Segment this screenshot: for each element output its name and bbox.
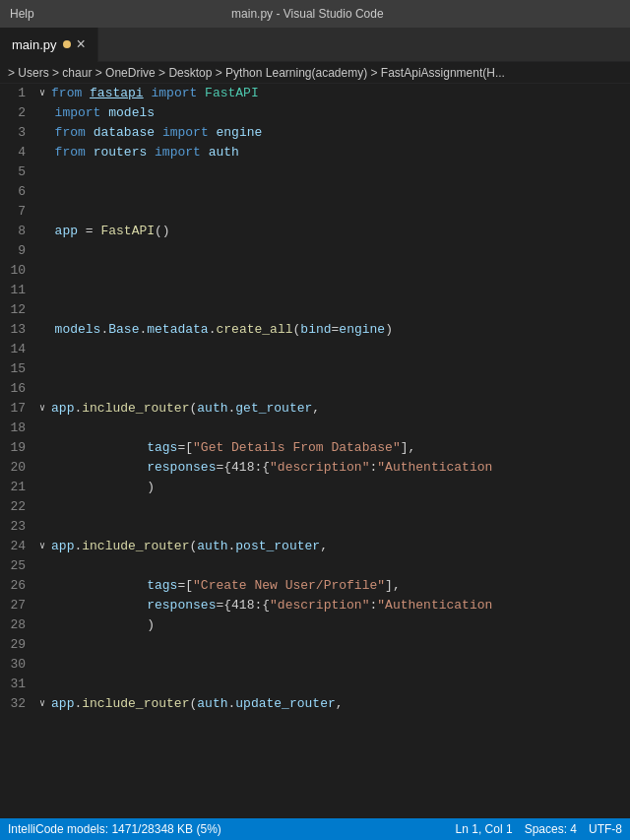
token-plain: . [228, 694, 236, 714]
line-number: 26 [8, 576, 26, 596]
code-line [39, 379, 630, 399]
code-line: ∨ from fastapi import FastAPI [39, 84, 630, 103]
token-plain: , [320, 537, 328, 556]
code-line [39, 340, 630, 359]
title-bar: Help main.py - Visual Studio Code [0, 0, 630, 28]
token-plain: . [209, 320, 217, 340]
token-fn: create_all [217, 320, 293, 340]
token-plain: . [74, 399, 82, 419]
code-line [39, 241, 630, 261]
line-number: 14 [8, 340, 26, 359]
code-line [39, 655, 630, 675]
token-var: auth [197, 399, 227, 419]
line-number: 17 [8, 399, 26, 419]
token-var: models [55, 320, 101, 340]
code-line [39, 300, 630, 320]
token-var: get_router [235, 399, 312, 419]
breadcrumb-path: > Users > chaur > OneDrive > Desktop > P… [8, 66, 505, 80]
code-line: models.Base.metadata.create_all(bind=eng… [39, 320, 630, 340]
token-plain: ( [189, 694, 197, 714]
code-editor[interactable]: 1234567891011121314151617181920212223242… [0, 84, 630, 818]
token-var: app [55, 222, 78, 241]
code-line: ∨ app.include_router(auth.get_router, [39, 399, 630, 419]
tab-modified-indicator [63, 40, 71, 48]
token-plain [39, 222, 55, 241]
line-number: 2 [8, 103, 26, 123]
token-kw: import [162, 123, 209, 143]
line-number: 1 [8, 84, 26, 103]
token-plain [86, 123, 94, 143]
token-plain: . [139, 320, 147, 340]
token-plain: ], [401, 438, 416, 458]
line-number: 27 [8, 596, 26, 615]
tab-bar: main.py × [0, 28, 630, 62]
line-number: 6 [8, 182, 26, 202]
code-line [39, 556, 630, 576]
token-mod: models [108, 103, 155, 123]
code-line [39, 497, 630, 517]
line-number: 32 [8, 694, 26, 714]
token-plain: ) [385, 320, 393, 340]
token-var: engine [339, 320, 385, 340]
code-line: tags=["Create New User/Profile"], [39, 576, 630, 596]
token-var: tags [147, 438, 177, 458]
line-number: 22 [8, 497, 26, 517]
file-encoding[interactable]: UTF-8 [589, 822, 622, 836]
menu-help[interactable]: Help [10, 7, 34, 21]
token-str: "Authentication [377, 596, 492, 615]
token-plain: , [312, 399, 320, 419]
code-line: import models [39, 103, 630, 123]
code-line: ∨ app.include_router(auth.post_router, [39, 537, 630, 556]
tab-main-py[interactable]: main.py × [0, 28, 98, 62]
token-plain: . [74, 537, 82, 556]
token-plain [39, 103, 55, 123]
line-number: 12 [8, 300, 26, 320]
token-plain: ={418:{ [216, 596, 270, 615]
cursor-position[interactable]: Ln 1, Col 1 [456, 822, 513, 836]
line-number: 5 [8, 162, 26, 182]
token-mod: engine [217, 123, 263, 143]
token-plain [39, 596, 147, 615]
code-line: from database import engine [39, 123, 630, 143]
indent-size[interactable]: Spaces: 4 [525, 822, 577, 836]
line-number: 20 [8, 458, 26, 478]
token-str: "Authentication [377, 458, 492, 478]
code-line [39, 635, 630, 655]
line-number: 13 [8, 320, 26, 340]
token-plain [39, 458, 147, 478]
tab-close-button[interactable]: × [77, 36, 86, 52]
token-plain: ) [39, 615, 155, 635]
token-plain: . [74, 694, 82, 714]
token-plain: : [369, 458, 377, 478]
intellicode-status: IntelliCode models: 1471/28348 KB (5%) [8, 822, 221, 836]
token-fold: ∨ [39, 537, 51, 556]
token-str: "Get Details From Database" [193, 438, 401, 458]
token-var: post_router [235, 537, 320, 556]
token-var: auth [197, 694, 227, 714]
token-var: app [51, 694, 74, 714]
code-line: app = FastAPI() [39, 222, 630, 241]
token-plain: ( [189, 399, 197, 419]
code-content[interactable]: ∨ from fastapi import FastAPI import mod… [35, 84, 630, 818]
token-plain [39, 123, 55, 143]
tab-filename: main.py [12, 37, 57, 52]
line-number: 8 [8, 222, 26, 241]
token-var: tags [147, 576, 177, 596]
line-number: 11 [8, 281, 26, 300]
token-plain: ={418:{ [216, 458, 270, 478]
token-plain [39, 320, 55, 340]
token-str: "description" [270, 458, 369, 478]
token-kw: from [51, 84, 82, 103]
token-str: "Create New User/Profile" [193, 576, 385, 596]
token-plain [100, 103, 108, 123]
line-number: 3 [8, 123, 26, 143]
token-plain [201, 143, 209, 162]
code-line [39, 517, 630, 537]
code-line [39, 182, 630, 202]
token-var: auth [197, 537, 227, 556]
code-line: ) [39, 615, 630, 635]
code-line [39, 261, 630, 281]
token-var: responses [147, 458, 216, 478]
token-fold: ∨ [39, 84, 51, 103]
token-var: app [51, 537, 74, 556]
